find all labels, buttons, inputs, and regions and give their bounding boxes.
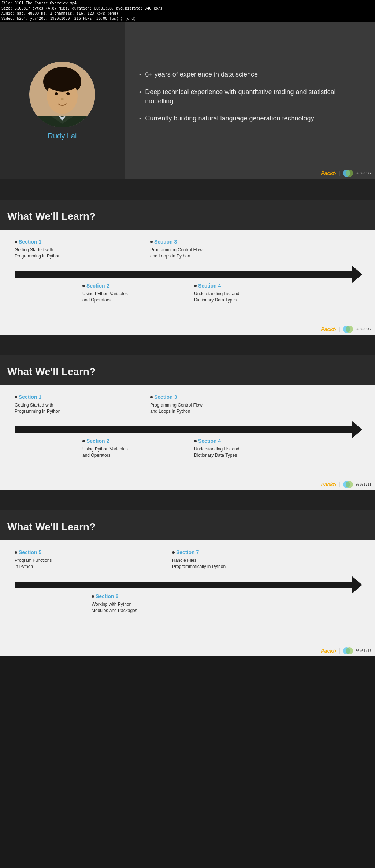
bullet-2: Deep technical experience with quantitat…	[139, 88, 360, 106]
dark-gap-1	[0, 179, 375, 200]
timestamp-3: 00:01:11	[356, 483, 371, 486]
packt-logo-2: Packt›	[321, 326, 336, 332]
svg-point-12	[346, 170, 353, 177]
outer-slide-4: What We'll Learn? Section 5 Program Func…	[0, 510, 375, 656]
slide3-footer: Packt› | 00:01:11	[0, 478, 375, 490]
section-6-item: Section 6 Working with PythonModules and…	[92, 593, 137, 614]
partner-logo-icon-3	[342, 481, 353, 489]
logo-divider-1: |	[338, 170, 340, 177]
avatar	[29, 62, 95, 127]
packt-logo-1: Packt›	[321, 170, 336, 176]
slide2-footer: Packt› | 00:00:42	[0, 323, 375, 335]
learn-title-1: What We'll Learn?	[7, 211, 368, 222]
dark-gap-2	[0, 335, 375, 355]
svg-point-3	[45, 68, 80, 92]
file-info-bar: File: 0101.The Course Overview.mp4 Size:…	[0, 0, 375, 22]
learn-title-area-2: What We'll Learn?	[0, 355, 375, 385]
slide4-footer: Packt› | 00:01:17	[0, 645, 375, 656]
partner-logo-icon-1	[342, 169, 353, 177]
svg-point-5	[66, 92, 70, 95]
learn-title-area-1: What We'll Learn?	[0, 200, 375, 230]
section1-label-s1: Section 1	[19, 239, 41, 245]
section4-desc-s1: Understanding List andDictionary Data Ty…	[194, 291, 239, 303]
partner-logo-icon-4	[342, 647, 353, 655]
file-info-line2: Size: 5106817 bytes (4.87 MiB), duration…	[1, 6, 374, 11]
packt-logo-4: Packt›	[321, 648, 336, 654]
svg-point-18	[346, 647, 353, 654]
bullet-1: 6+ years of experience in data science	[139, 70, 360, 79]
slide-presenter: Rudy Lai 6+ years of experience in data …	[0, 22, 375, 179]
packt-logo-3: Packt›	[321, 482, 336, 487]
presenter-name: Rudy Lai	[48, 132, 77, 140]
svg-point-16	[346, 481, 353, 488]
logo-divider-2: |	[338, 326, 340, 333]
section-4-item-slide1: Section 4 Understanding List andDictiona…	[194, 283, 239, 303]
learn-title-3: What We'll Learn?	[7, 521, 368, 533]
section2-label-s1: Section 2	[86, 283, 109, 289]
sections-slide-3: Section 5 Program Functionsin Python Sec…	[0, 540, 375, 656]
section-2-item-slide2: Section 2 Using Python Variablesand Oper…	[82, 438, 128, 459]
section-7-item: Section 7 Handle FilesProgrammatically i…	[172, 549, 226, 570]
section3-desc-s1: Programming Control Flowand Loops in Pyt…	[150, 247, 203, 259]
slide1-footer: Packt› | 00:00:27	[321, 169, 371, 177]
svg-point-4	[55, 92, 58, 95]
section-2-item-slide1: Section 2 Using Python Variablesand Oper…	[82, 283, 128, 303]
file-info-line4: Video: h264, yuv420p, 1920x1080, 216 kb/…	[1, 16, 374, 21]
section-4-item-slide2: Section 4 Understanding List andDictiona…	[194, 438, 239, 459]
presenter-right: 6+ years of experience in data science D…	[125, 22, 375, 179]
bullet-list: 6+ years of experience in data science D…	[139, 70, 360, 132]
svg-point-14	[346, 326, 353, 333]
section-3-item-slide1: Section 3 Programming Control Flowand Lo…	[150, 239, 203, 259]
timestamp-1: 00:00:27	[356, 171, 371, 175]
sections-slide-1: Section 1 Getting Started withProgrammin…	[0, 230, 375, 335]
section-1-item-slide1: Section 1 Getting Started withProgrammin…	[15, 239, 60, 259]
section-1-item-slide2: Section 1 Getting Started withProgrammin…	[15, 394, 60, 415]
avatar-svg	[29, 62, 95, 127]
section-5-item: Section 5 Program Functionsin Python	[15, 549, 52, 570]
section-label: Section 6	[96, 593, 118, 599]
file-info-line3: Audio: aac, 48000 Hz, 2 channels, s16, 1…	[1, 11, 374, 16]
outer-slide-2: What We'll Learn? Section 1 Getting Star…	[0, 200, 375, 335]
learn-title-area-3: What We'll Learn?	[0, 510, 375, 540]
presenter-left: Rudy Lai	[0, 22, 125, 179]
partner-logo-icon-2	[342, 325, 353, 333]
file-info-line1: File: 0101.The Course Overview.mp4	[1, 1, 374, 6]
timestamp-2: 00:00:42	[356, 327, 371, 331]
timestamp-4: 00:01:17	[356, 649, 371, 653]
section-3-item-slide2: Section 3 Programming Control Flowand Lo…	[150, 394, 203, 415]
sections-slide-2: Section 1 Getting Started withProgrammin…	[0, 385, 375, 490]
dark-gap-3	[0, 490, 375, 510]
section4-label-s1: Section 4	[198, 283, 221, 289]
section2-desc-s1: Using Python Variablesand Operators	[82, 291, 128, 303]
logo-divider-3: |	[338, 481, 340, 488]
section3-label-s1: Section 3	[154, 239, 177, 245]
logo-divider-4: |	[338, 648, 340, 654]
bullet-3: Currently building natural language gene…	[139, 114, 360, 123]
outer-slide-3: What We'll Learn? Section 1 Getting Star…	[0, 355, 375, 490]
learn-title-2: What We'll Learn?	[7, 366, 368, 378]
svg-point-6	[61, 98, 64, 100]
section1-desc-s1: Getting Started withProgramming in Pytho…	[15, 247, 60, 259]
